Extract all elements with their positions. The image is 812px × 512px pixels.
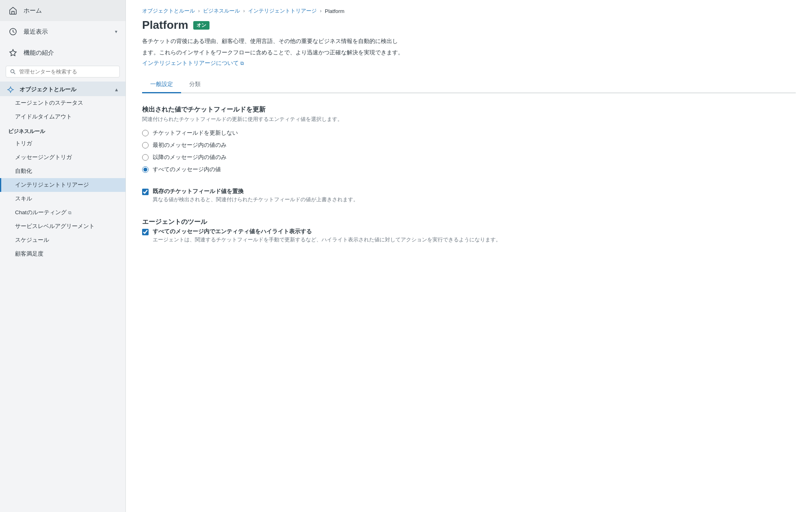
highlight-checkbox-item[interactable]: すべてのメッセージ内でエンティティ値をハイライト表示する エージェントは、関連す… bbox=[142, 228, 796, 243]
sidebar-search-box[interactable] bbox=[6, 66, 120, 77]
svg-point-2 bbox=[9, 88, 12, 91]
sidebar-section-title: オブジェクトとルール bbox=[19, 86, 114, 93]
radio-no-update-input[interactable] bbox=[142, 130, 149, 136]
sidebar: ホーム 最近表示 ▾ 機能の紹介 bbox=[0, 0, 126, 512]
breadcrumb-business-rules[interactable]: ビジネスルール bbox=[203, 7, 240, 15]
radio-first-message-input[interactable] bbox=[142, 142, 149, 148]
agent-tools-section: エージェントのツール すべてのメッセージ内でエンティティ値をハイライト表示する … bbox=[142, 218, 796, 243]
clock-icon bbox=[8, 27, 18, 37]
update-section-subtitle: 関連付けられたチケットフィールドの更新に使用するエンティティ値を選択します。 bbox=[142, 116, 796, 123]
chevron-up-icon: ▲ bbox=[114, 87, 119, 93]
sidebar-item-features[interactable]: 機能の紹介 bbox=[0, 42, 125, 63]
sidebar-item-home[interactable]: ホーム bbox=[0, 0, 125, 21]
sidebar-label-recent: 最近表示 bbox=[24, 28, 109, 36]
radio-first-message[interactable]: 最初のメッセージ内の値のみ bbox=[142, 142, 796, 149]
search-input[interactable] bbox=[19, 69, 115, 75]
highlight-checkbox-input[interactable] bbox=[142, 229, 149, 235]
overwrite-checkbox-input[interactable] bbox=[142, 189, 149, 195]
highlight-label: すべてのメッセージ内でエンティティ値をハイライト表示する bbox=[153, 228, 501, 235]
sidebar-item-idle-timeout[interactable]: アイドルタイムアウト bbox=[0, 110, 125, 124]
radio-subsequent-message[interactable]: 以降のメッセージ内の値のみ bbox=[142, 154, 796, 161]
radio-no-update[interactable]: チケットフィールドを更新しない bbox=[142, 129, 796, 137]
overwrite-label: 既存のチケットフィールド値を置換 bbox=[153, 188, 358, 195]
search-icon bbox=[10, 69, 16, 75]
sidebar-item-intelligent-triage[interactable]: インテリジェントトリアージ bbox=[0, 178, 125, 192]
breadcrumb: オブジェクトとルール › ビジネスルール › インテリジェントトリアージ › P… bbox=[142, 0, 796, 19]
breadcrumb-objects[interactable]: オブジェクトとルール bbox=[142, 7, 195, 15]
agent-tools-checkbox-group: すべてのメッセージ内でエンティティ値をハイライト表示する エージェントは、関連す… bbox=[142, 228, 796, 243]
sidebar-item-sla[interactable]: サービスレベルアグリーメント bbox=[0, 219, 125, 233]
highlight-desc: エージェントは、関連するチケットフィールドを手動で更新するなど、ハイライト表示さ… bbox=[153, 236, 501, 243]
overwrite-checkbox-item[interactable]: 既存のチケットフィールド値を置換 異なる値が検出されると、関連付けられたチケット… bbox=[142, 188, 796, 203]
objects-icon bbox=[6, 86, 15, 94]
overwrite-section: 既存のチケットフィールド値を置換 異なる値が検出されると、関連付けられたチケット… bbox=[142, 188, 796, 203]
radio-group-update: チケットフィールドを更新しない 最初のメッセージ内の値のみ 以降のメッセージ内の… bbox=[142, 129, 796, 173]
star-icon bbox=[8, 48, 18, 58]
home-icon bbox=[8, 6, 18, 15]
update-section: 検出された値でチケットフィールドを更新 関連付けられたチケットフィールドの更新に… bbox=[142, 105, 796, 173]
sidebar-item-messaging-trigger[interactable]: メッセージングトリガ bbox=[0, 151, 125, 164]
page-description-line2: ます。これらのインサイトをワークフローに含めることで、より迅速かつ正確な解決を実… bbox=[142, 48, 508, 57]
external-link-icon: ⧉ bbox=[68, 210, 71, 215]
page-title: Platform bbox=[142, 19, 188, 32]
status-badge: オン bbox=[193, 21, 209, 30]
external-link-icon: ⧉ bbox=[240, 60, 244, 66]
sidebar-item-automation[interactable]: 自動化 bbox=[0, 164, 125, 178]
breadcrumb-sep-3: › bbox=[320, 8, 322, 14]
sidebar-item-csat[interactable]: 顧客満足度 bbox=[0, 247, 125, 261]
sidebar-item-schedule[interactable]: スケジュール bbox=[0, 233, 125, 247]
radio-all-messages-input[interactable] bbox=[142, 166, 149, 173]
tabs-container: 一般設定 分類 bbox=[142, 77, 796, 93]
chevron-down-icon: ▾ bbox=[115, 29, 117, 34]
sidebar-item-recent[interactable]: 最近表示 ▾ bbox=[0, 21, 125, 42]
page-description-line1: 各チケットの背後にある理由、顧客心理、使用言語、その他の重要なビジネス情報を自動… bbox=[142, 37, 508, 45]
tab-general[interactable]: 一般設定 bbox=[142, 77, 181, 93]
update-section-title: 検出された値でチケットフィールドを更新 bbox=[142, 105, 796, 114]
sidebar-business-rules-header: ビジネスルール bbox=[0, 124, 125, 137]
radio-all-messages[interactable]: すべてのメッセージ内の値 bbox=[142, 166, 796, 173]
breadcrumb-sep-1: › bbox=[198, 8, 200, 14]
tab-classification[interactable]: 分類 bbox=[181, 77, 209, 93]
svg-point-1 bbox=[11, 69, 14, 73]
overwrite-desc: 異なる値が検出されると、関連付けられたチケットフィールドの値が上書きされます。 bbox=[153, 196, 358, 203]
breadcrumb-sep-2: › bbox=[243, 8, 245, 14]
sidebar-item-trigger[interactable]: トリガ bbox=[0, 137, 125, 151]
sidebar-item-chat-routing[interactable]: Chatのルーティング ⧉ bbox=[0, 206, 125, 219]
sidebar-item-skills[interactable]: スキル bbox=[0, 192, 125, 206]
overwrite-checkbox-group: 既存のチケットフィールド値を置換 異なる値が検出されると、関連付けられたチケット… bbox=[142, 188, 796, 203]
breadcrumb-intelligent-triage[interactable]: インテリジェントトリアージ bbox=[248, 7, 317, 15]
sidebar-item-agent-status[interactable]: エージェントのステータス bbox=[0, 96, 125, 110]
sidebar-label-home: ホーム bbox=[24, 7, 117, 15]
sidebar-section-objects[interactable]: オブジェクトとルール ▲ bbox=[0, 82, 125, 96]
agent-tools-title: エージェントのツール bbox=[142, 218, 796, 226]
radio-subsequent-message-input[interactable] bbox=[142, 154, 149, 161]
page-learn-more-link[interactable]: インテリジェントトリアージについて ⧉ bbox=[142, 60, 244, 67]
breadcrumb-current: Platform bbox=[325, 8, 344, 14]
page-header: Platform オン bbox=[142, 19, 796, 32]
main-content: オブジェクトとルール › ビジネスルール › インテリジェントトリアージ › P… bbox=[126, 0, 812, 512]
sidebar-label-features: 機能の紹介 bbox=[24, 49, 117, 57]
